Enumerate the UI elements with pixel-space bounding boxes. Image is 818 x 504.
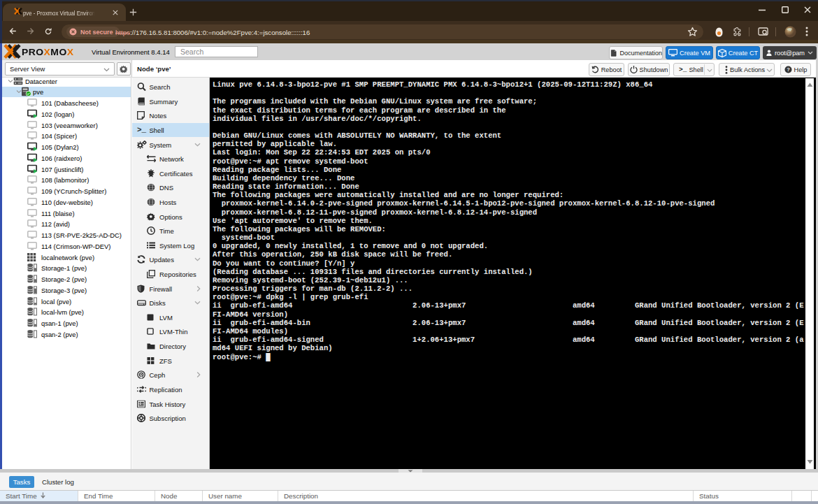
svg-text:?: ?: [787, 66, 790, 73]
